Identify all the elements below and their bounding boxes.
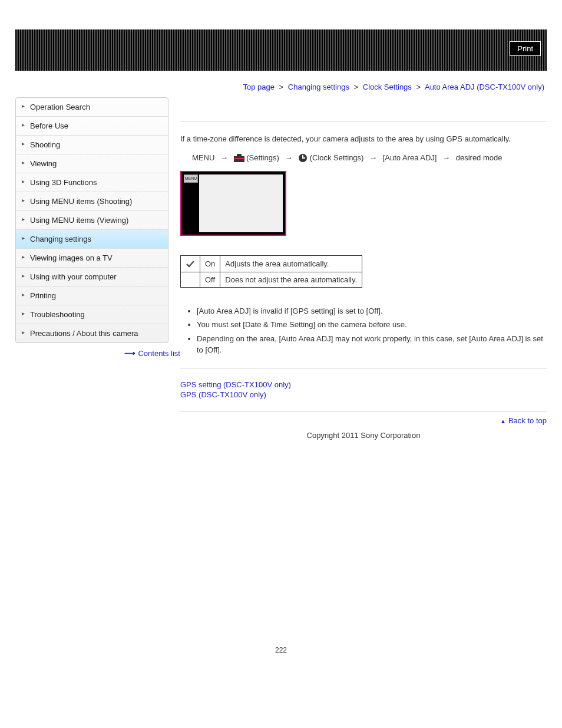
arrow-right-icon: ⟶ xyxy=(124,349,135,358)
sidebar-item-changing-settings[interactable]: Changing settings xyxy=(16,230,168,249)
menu-chip-icon: MENU xyxy=(184,174,198,183)
page-number: 222 xyxy=(0,646,562,654)
contents-list-link[interactable]: Contents list xyxy=(138,349,180,358)
note-item: You must set [Date & Time Setting] on th… xyxy=(197,319,547,331)
svg-rect-1 xyxy=(237,154,242,157)
svg-rect-2 xyxy=(234,158,244,159)
sidebar-item-shooting[interactable]: Shooting xyxy=(16,136,168,154)
option-on-desc: Adjusts the area automatically. xyxy=(220,256,362,272)
breadcrumb-sep: > xyxy=(416,83,421,91)
clock-icon xyxy=(298,153,308,163)
note-item: Depending on the area, [Auto Area ADJ] m… xyxy=(197,333,547,356)
toolbox-icon xyxy=(234,154,244,162)
sidebar-item-printing[interactable]: Printing xyxy=(16,286,168,305)
sidebar: Operation Search Before Use Shooting Vie… xyxy=(15,97,168,343)
checkmark-icon xyxy=(186,259,195,269)
breadcrumb-sep: > xyxy=(354,83,359,91)
back-to-top-link[interactable]: Back to top xyxy=(508,416,547,425)
thumbnail-inner xyxy=(199,174,283,232)
notes-section: [Auto Area ADJ] is invalid if [GPS setti… xyxy=(180,305,547,356)
breadcrumb-current[interactable]: Auto Area ADJ (DSC-TX100V only) xyxy=(425,83,544,91)
sidebar-item-menu-shooting[interactable]: Using MENU items (Shooting) xyxy=(16,192,168,211)
options-table: On Adjusts the area automatically. Off D… xyxy=(180,255,362,288)
sidebar-item-3d-functions[interactable]: Using 3D Functions xyxy=(16,173,168,192)
path-menu: MENU xyxy=(192,153,214,162)
divider xyxy=(180,368,547,368)
arrow-right-icon: → xyxy=(369,153,377,162)
back-to-top-wrapper: ▲Back to top xyxy=(180,411,547,425)
sidebar-item-precautions[interactable]: Precautions / About this camera xyxy=(16,324,168,342)
contents-list-wrapper: ⟶Contents list xyxy=(15,343,180,364)
related-link-gps-setting[interactable]: GPS setting (DSC-TX100V only) xyxy=(180,380,547,389)
arrow-right-icon: → xyxy=(442,153,450,162)
breadcrumb-top[interactable]: Top page xyxy=(243,83,275,91)
triangle-up-icon: ▲ xyxy=(500,418,506,424)
sidebar-item-computer[interactable]: Using with your computer xyxy=(16,268,168,286)
intro-text: If a time-zone difference is detected, y… xyxy=(180,133,547,145)
sidebar-item-before-use[interactable]: Before Use xyxy=(16,117,168,136)
checkmark-cell xyxy=(181,256,200,272)
arrow-right-icon: → xyxy=(285,153,292,162)
divider xyxy=(180,121,547,121)
sidebar-item-menu-viewing[interactable]: Using MENU items (Viewing) xyxy=(16,211,168,230)
note-item: [Auto Area ADJ] is invalid if [GPS setti… xyxy=(197,305,547,317)
table-row: Off Does not adjust the area automatical… xyxy=(181,272,362,287)
camera-screen-thumbnail: MENU xyxy=(180,171,286,236)
option-on-label: On xyxy=(200,256,220,272)
option-off-desc: Does not adjust the area automatically. xyxy=(220,272,362,287)
arrow-right-icon: → xyxy=(220,153,228,162)
empty-cell xyxy=(181,272,200,287)
sidebar-wrapper: Operation Search Before Use Shooting Vie… xyxy=(15,97,180,457)
table-row: On Adjusts the area automatically. xyxy=(181,256,362,272)
option-off-label: Off xyxy=(200,272,220,287)
header-banner: Print xyxy=(15,29,547,71)
sidebar-item-viewing[interactable]: Viewing xyxy=(16,154,168,173)
menu-path: MENU → (Settings) → (Clock Settings) → [… xyxy=(180,153,547,163)
breadcrumb-sep: > xyxy=(279,83,284,91)
svg-rect-5 xyxy=(302,157,305,159)
print-button[interactable]: Print xyxy=(510,41,541,56)
path-auto-area: [Auto Area ADJ] xyxy=(383,153,437,162)
main-content: If a time-zone difference is detected, y… xyxy=(180,97,547,457)
sidebar-item-viewing-tv[interactable]: Viewing images on a TV xyxy=(16,249,168,268)
path-desired: desired mode xyxy=(456,153,503,162)
related-topics: GPS setting (DSC-TX100V only) GPS (DSC-T… xyxy=(180,380,547,399)
path-settings: (Settings) xyxy=(246,153,279,162)
breadcrumb: Top page > Changing settings > Clock Set… xyxy=(0,77,562,97)
related-link-gps[interactable]: GPS (DSC-TX100V only) xyxy=(180,390,547,399)
breadcrumb-changing-settings[interactable]: Changing settings xyxy=(288,83,349,91)
copyright-text: Copyright 2011 Sony Corporation xyxy=(180,425,547,457)
sidebar-item-troubleshooting[interactable]: Troubleshooting xyxy=(16,305,168,324)
path-clock: (Clock Settings) xyxy=(310,153,364,162)
breadcrumb-clock-settings[interactable]: Clock Settings xyxy=(363,83,412,91)
sidebar-item-operation-search[interactable]: Operation Search xyxy=(16,98,168,117)
